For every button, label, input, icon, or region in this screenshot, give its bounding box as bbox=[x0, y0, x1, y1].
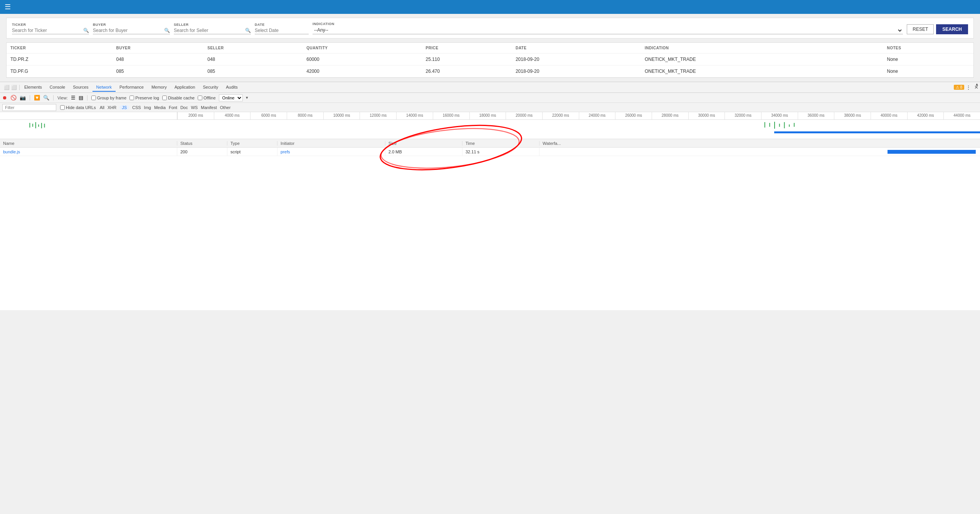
filter-option-xhr[interactable]: XHR bbox=[108, 105, 116, 110]
indication-label: INDICATION bbox=[313, 22, 903, 26]
ticker-input-wrapper: 🔍 bbox=[12, 28, 89, 34]
preserve-log-label: Preserve log bbox=[129, 96, 159, 100]
col-header-initiator[interactable]: Initiator bbox=[277, 141, 385, 146]
col-header-size[interactable]: Size bbox=[385, 141, 462, 146]
filter-option-media[interactable]: Media bbox=[154, 105, 166, 110]
devtools-tab-console[interactable]: Console bbox=[46, 83, 69, 92]
preserve-log-checkbox[interactable] bbox=[129, 96, 134, 100]
reset-button[interactable]: RESET bbox=[907, 24, 934, 34]
clear-icon[interactable]: 🚫 bbox=[10, 95, 17, 101]
filter-bar: Hide data URLs AllXHRJSCSSImgMediaFontDo… bbox=[0, 103, 980, 112]
group-by-frame-checkbox[interactable] bbox=[91, 96, 96, 100]
timeline-label: 38000 ms bbox=[834, 112, 871, 119]
filter-icon[interactable]: 🔽 bbox=[34, 95, 40, 101]
buyer-input[interactable] bbox=[93, 28, 163, 33]
filter-option-all[interactable]: All bbox=[100, 105, 104, 110]
devtools-tab-security[interactable]: Security bbox=[199, 83, 222, 92]
search-icon[interactable]: 🔍 bbox=[43, 95, 49, 101]
dock-left-icon[interactable]: ⬜ bbox=[4, 85, 10, 90]
separator-2 bbox=[53, 95, 54, 101]
ticker-input[interactable] bbox=[12, 28, 82, 33]
timeline-label: 6000 ms bbox=[250, 112, 287, 119]
cell-buyer: 048 bbox=[112, 54, 203, 66]
timeline-label: 16000 ms bbox=[433, 112, 469, 119]
col-header-name[interactable]: Name bbox=[0, 141, 177, 146]
timeline-label: 10000 ms bbox=[323, 112, 360, 119]
svg-rect-3 bbox=[38, 124, 39, 127]
devtools-tab-memory[interactable]: Memory bbox=[148, 83, 171, 92]
filter-option-css[interactable]: CSS bbox=[132, 105, 141, 110]
hamburger-icon[interactable]: ☰ bbox=[5, 3, 11, 11]
cell-notes: None bbox=[883, 54, 973, 66]
svg-rect-11 bbox=[789, 124, 790, 127]
app-area: TICKER 🔍 BUYER 🔍 SELLER 🔍 DATE bbox=[0, 14, 980, 82]
filter-option-manifest[interactable]: Manifest bbox=[201, 105, 217, 110]
indication-select[interactable]: --Any-- ONETICK_MKT_TRADE Other bbox=[313, 27, 903, 34]
network-cell-name: bundle.js bbox=[0, 148, 177, 156]
network-row[interactable]: bundle.js 200 script prefs 2.0 MB 32.11 … bbox=[0, 148, 980, 156]
svg-rect-7 bbox=[769, 123, 770, 127]
devtools-topbar: ⬜ ⬜ ElementsConsoleSourcesNetworkPerform… bbox=[0, 82, 980, 93]
search-form: TICKER 🔍 BUYER 🔍 SELLER 🔍 DATE bbox=[6, 18, 974, 39]
col-seller: SELLER bbox=[203, 43, 303, 54]
filter-options: AllXHRJSCSSImgMediaFontDocWSManifestOthe… bbox=[100, 105, 231, 110]
table-row: TD.PF.G 085 085 42000 26.470 2018-09-20 … bbox=[7, 66, 973, 77]
list-view-icon[interactable]: ☰ bbox=[71, 95, 76, 101]
cell-ticker: TD.PR.Z bbox=[7, 54, 112, 66]
timeline-label: 12000 ms bbox=[360, 112, 396, 119]
devtools-tab-elements[interactable]: Elements bbox=[20, 83, 46, 92]
timeline-label: 32000 ms bbox=[724, 112, 761, 119]
record-stop-icon[interactable]: ⏺ bbox=[2, 95, 7, 101]
scroll-up-icon[interactable]: ▲ bbox=[974, 82, 980, 86]
search-button[interactable]: SEARCH bbox=[936, 24, 968, 34]
view-label: View: bbox=[57, 96, 68, 100]
network-toolbar: ⏺ 🚫 📷 🔽 🔍 View: ☰ ▤ Group by frame Prese… bbox=[0, 93, 980, 103]
disable-cache-label: Disable cache bbox=[162, 96, 195, 100]
devtools-tab-audits[interactable]: Audits bbox=[222, 83, 242, 92]
devtools-tab-application[interactable]: Application bbox=[171, 83, 199, 92]
date-input[interactable] bbox=[255, 28, 309, 33]
dropdown-arrow[interactable]: ▾ bbox=[246, 95, 248, 100]
filter-option-font[interactable]: Font bbox=[169, 105, 177, 110]
disable-cache-checkbox[interactable] bbox=[162, 96, 167, 100]
timeline-label: 36000 ms bbox=[798, 112, 834, 119]
filter-option-img[interactable]: Img bbox=[144, 105, 151, 110]
online-select[interactable]: Online Offline bbox=[219, 94, 243, 101]
filter-option-doc[interactable]: Doc bbox=[180, 105, 188, 110]
buyer-field: BUYER 🔍 bbox=[93, 23, 170, 34]
col-ticker: TICKER bbox=[7, 43, 112, 54]
col-header-status[interactable]: Status bbox=[177, 141, 227, 146]
cell-seller: 048 bbox=[203, 54, 303, 66]
devtools-tab-performance[interactable]: Performance bbox=[116, 83, 148, 92]
col-header-waterfall[interactable]: Waterfa... bbox=[540, 141, 980, 146]
indication-field: INDICATION --Any-- ONETICK_MKT_TRADE Oth… bbox=[313, 22, 903, 34]
timeline-label: 20000 ms bbox=[506, 112, 542, 119]
devtools-tab-network[interactable]: Network bbox=[92, 83, 116, 92]
filter-option-other[interactable]: Other bbox=[220, 105, 231, 110]
ticker-search-icon: 🔍 bbox=[83, 28, 89, 33]
offline-checkbox[interactable] bbox=[198, 96, 202, 100]
filter-input[interactable] bbox=[2, 104, 56, 111]
svg-rect-13 bbox=[774, 131, 980, 133]
svg-rect-9 bbox=[779, 124, 780, 127]
network-cell-type: script bbox=[227, 148, 277, 156]
screenshot-icon[interactable]: 📷 bbox=[20, 95, 26, 101]
hide-data-urls-checkbox[interactable] bbox=[60, 105, 65, 110]
date-label: DATE bbox=[255, 23, 309, 27]
dock-right-icon[interactable]: ⬜ bbox=[11, 85, 17, 90]
seller-input[interactable] bbox=[174, 28, 244, 33]
group-by-frame-label: Group by frame bbox=[91, 96, 126, 100]
devtools-tab-sources[interactable]: Sources bbox=[69, 83, 92, 92]
col-header-type[interactable]: Type bbox=[227, 141, 277, 146]
filter-option-ws[interactable]: WS bbox=[191, 105, 198, 110]
timeline-label: 44000 ms bbox=[943, 112, 980, 119]
svg-rect-1 bbox=[32, 124, 33, 127]
devtools-more-icon[interactable]: ⋮ bbox=[966, 84, 971, 91]
warning-badge: ⚠ 8 bbox=[954, 85, 964, 90]
filter-option-js[interactable]: JS bbox=[119, 105, 129, 110]
network-cell-status: 200 bbox=[177, 148, 227, 156]
cell-price: 25.110 bbox=[422, 54, 512, 66]
large-view-icon[interactable]: ▤ bbox=[79, 95, 83, 101]
timeline-label: 34000 ms bbox=[761, 112, 798, 119]
col-header-time[interactable]: Time bbox=[462, 141, 540, 146]
